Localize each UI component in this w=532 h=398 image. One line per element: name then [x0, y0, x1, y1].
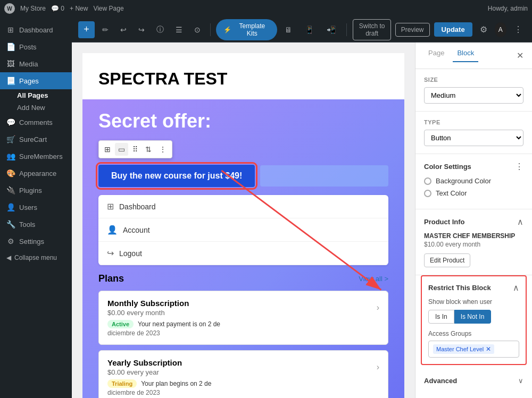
- sidebar-item-plugins[interactable]: 🔌 Plugins: [0, 182, 72, 199]
- sidebar-item-tools[interactable]: 🔧 Tools: [0, 216, 72, 233]
- sidebar-item-comments[interactable]: 💬 Comments: [0, 114, 72, 131]
- sidebar-item-label: Comments: [19, 118, 53, 126]
- surecart-icon: 🛒: [6, 135, 15, 143]
- advanced-header[interactable]: Advanced ∨: [424, 377, 523, 385]
- admin-bar-right: Howdy, admin: [488, 5, 528, 12]
- more-options-button[interactable]: ⋮: [511, 21, 526, 38]
- size-section: SIZE Medium Small Large: [415, 69, 532, 112]
- text-color-option[interactable]: Text Color: [424, 189, 523, 197]
- size-select[interactable]: Medium Small Large: [424, 87, 523, 104]
- tab-page[interactable]: Page: [424, 49, 448, 62]
- wp-logo-icon[interactable]: W: [4, 3, 15, 14]
- text-color-radio: [424, 190, 431, 197]
- sidebar-item-label: Users: [19, 204, 37, 211]
- access-groups-label: Access Groups: [428, 330, 519, 337]
- plans-title: Plans: [98, 273, 124, 284]
- block-toolbar-layout-icon[interactable]: ▭: [115, 143, 128, 156]
- collapse-menu-label: Collapse menu: [14, 254, 57, 261]
- dashboard-nav-item-logout[interactable]: ↪ Logout: [98, 242, 388, 265]
- dashboard-nav-item-account[interactable]: 👤 Account: [98, 218, 388, 242]
- block-toolbar-grid-icon[interactable]: ⊞: [101, 143, 114, 156]
- template-kits-button[interactable]: ⚡ Template Kits: [216, 19, 277, 40]
- plans-section: Plans View all > Monthly Subscription $0…: [98, 273, 388, 398]
- tab-block[interactable]: Block: [453, 49, 478, 62]
- sidebar-item-label: Plugins: [19, 187, 42, 194]
- pencil-button[interactable]: ✏: [98, 22, 113, 37]
- sidebar-item-label: Pages: [19, 77, 39, 85]
- size-label: SIZE: [424, 77, 523, 83]
- preview-button[interactable]: Preview: [395, 23, 430, 37]
- color-settings-more-button[interactable]: ⋮: [515, 162, 523, 172]
- admin-bar-left: W My Store 💬 0 + New View Page: [4, 3, 124, 14]
- undo-button[interactable]: ↩: [116, 22, 131, 37]
- info-button[interactable]: ⓘ: [152, 22, 168, 38]
- restrict-section: Restrict This Block ∧ Show block when us…: [421, 275, 527, 365]
- plan-info-monthly: Monthly Subscription $0.00 every month A…: [107, 299, 377, 337]
- access-group-tag-remove[interactable]: ✕: [486, 345, 491, 353]
- add-block-button[interactable]: +: [78, 21, 95, 38]
- pages-icon: 📃: [6, 77, 15, 85]
- list-view-button[interactable]: ☰: [171, 22, 187, 37]
- sidebar-item-dashboard[interactable]: ⊞ Dashboard: [0, 21, 72, 38]
- plan-info-yearly: Yearly Subscription $0.00 every year Tri…: [107, 358, 377, 396]
- switch-to-draft-button[interactable]: Switch to draft: [353, 19, 390, 40]
- type-select[interactable]: Button Link: [424, 130, 523, 146]
- update-button[interactable]: Update: [434, 22, 472, 37]
- new-button[interactable]: + New: [70, 5, 88, 12]
- is-not-in-button[interactable]: Is Not In: [454, 310, 492, 324]
- users-icon: 👤: [6, 203, 15, 211]
- sidebar-sub-all-pages[interactable]: All Pages: [0, 89, 72, 101]
- sidebar-item-media[interactable]: 🖼 Media: [0, 55, 72, 72]
- collapse-menu-button[interactable]: ◀ Collapse menu: [0, 250, 72, 266]
- view-page-link[interactable]: View Page: [93, 5, 123, 12]
- restrict-collapse-button[interactable]: ∧: [513, 283, 519, 293]
- sidebar-item-suremembers[interactable]: 👥 SureMembers: [0, 148, 72, 165]
- plans-view-all[interactable]: View all >: [359, 275, 388, 283]
- sidebar-item-posts[interactable]: 📄 Posts: [0, 38, 72, 55]
- appearance-icon: 🎨: [6, 169, 15, 177]
- show-block-label: Show block when user: [428, 298, 519, 306]
- desktop-view-button[interactable]: 🖥: [280, 22, 296, 37]
- block-toolbar: ⊞ ▭ ⠿ ⇅ ⋮: [98, 140, 172, 158]
- background-color-option[interactable]: Background Color: [424, 177, 523, 185]
- access-group-tag-label: Master Chef Level: [436, 346, 484, 352]
- block-toolbar-arrows-icon[interactable]: ⇅: [142, 143, 155, 156]
- access-group-input[interactable]: Master Chef Level ✕: [428, 341, 519, 358]
- sidebar-item-pages[interactable]: 📃 Pages: [0, 72, 72, 89]
- store-name[interactable]: My Store: [20, 5, 46, 12]
- gear-icon-button[interactable]: ⚙: [477, 21, 491, 38]
- tablet-view-button[interactable]: 📱: [301, 22, 318, 37]
- type-section: TYPE Button Link: [415, 112, 532, 154]
- plugins-icon: 🔌: [6, 186, 15, 194]
- comments-count[interactable]: 💬 0: [51, 5, 64, 12]
- sidebar-sub-add-new[interactable]: Add New: [0, 101, 72, 114]
- editor-toolbar: + ✏ ↩ ↪ ⓘ ☰ ⊙ ⚡ Template Kits 🖥 📱 📲 Swit…: [72, 17, 532, 43]
- mobile-view-button[interactable]: 📲: [322, 22, 340, 37]
- sidebar-item-label: Settings: [19, 238, 44, 245]
- block-toolbar-dots-icon[interactable]: ⠿: [129, 143, 141, 156]
- product-info-collapse-button[interactable]: ∧: [517, 217, 523, 227]
- dashboard-nav-item-dashboard[interactable]: ⊞ Dashboard: [98, 195, 388, 218]
- is-in-button[interactable]: Is In: [428, 310, 454, 324]
- sidebar-item-surecart[interactable]: 🛒 SureCart: [0, 131, 72, 148]
- page-title-section: SPECTRA TEST: [82, 53, 404, 99]
- block-toolbar-more-icon[interactable]: ⋮: [156, 143, 170, 156]
- admin-bar: W My Store 💬 0 + New View Page Howdy, ad…: [0, 0, 532, 17]
- plan-card-yearly: Yearly Subscription $0.00 every year Tri…: [98, 350, 388, 398]
- cta-button[interactable]: Buy the new course for just $49!: [98, 165, 255, 187]
- background-color-radio: [424, 177, 431, 185]
- sidebar-item-settings[interactable]: ⚙ Settings: [0, 233, 72, 250]
- product-info-section: Product Info ∧ MASTER CHEF MEMBERSHIP $1…: [415, 209, 532, 275]
- redo-button[interactable]: ↪: [134, 22, 149, 37]
- spectra-icon-button[interactable]: A: [495, 22, 506, 37]
- edit-product-button[interactable]: Edit Product: [424, 253, 470, 267]
- sidebar-item-users[interactable]: 👤 Users: [0, 199, 72, 216]
- settings-icon: ⚙: [6, 237, 15, 245]
- plan-card-monthly: Monthly Subscription $0.00 every month A…: [98, 291, 388, 345]
- panel-close-button[interactable]: ✕: [517, 50, 523, 61]
- plan-status-yearly: Trialing Your plan begins on 2 de: [107, 379, 377, 388]
- sidebar-item-appearance[interactable]: 🎨 Appearance: [0, 165, 72, 182]
- circle-button[interactable]: ⊙: [190, 22, 205, 37]
- toggle-group: Is In Is Not In: [428, 310, 519, 324]
- plan-date-yearly: diciembre de 2023: [107, 389, 377, 396]
